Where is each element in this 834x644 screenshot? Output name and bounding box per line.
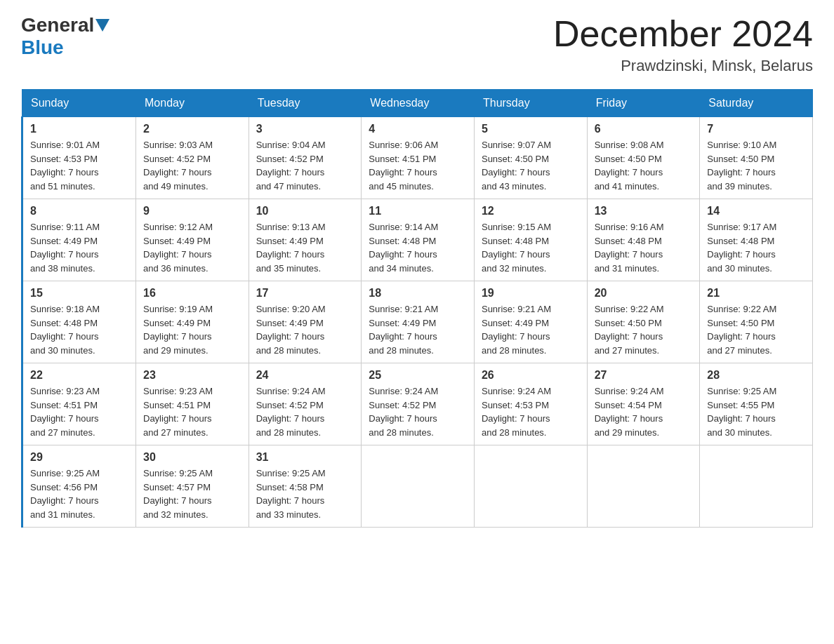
calendar-cell: 23 Sunrise: 9:23 AMSunset: 4:51 PMDaylig…: [136, 363, 249, 445]
day-info: Sunrise: 9:24 AMSunset: 4:54 PMDaylight:…: [595, 384, 693, 439]
day-number: 12: [482, 205, 580, 217]
calendar-cell: 3 Sunrise: 9:04 AMSunset: 4:52 PMDayligh…: [249, 117, 362, 199]
calendar-cell: 14 Sunrise: 9:17 AMSunset: 4:48 PMDaylig…: [700, 199, 813, 281]
day-number: 2: [143, 123, 241, 135]
day-number: 25: [369, 369, 467, 382]
day-info: Sunrise: 9:06 AMSunset: 4:51 PMDaylight:…: [369, 138, 467, 193]
col-tuesday: Tuesday: [249, 90, 362, 117]
calendar-cell: 6 Sunrise: 9:08 AMSunset: 4:50 PMDayligh…: [587, 117, 700, 199]
day-info: Sunrise: 9:11 AMSunset: 4:49 PMDaylight:…: [30, 220, 128, 275]
calendar-cell: 29 Sunrise: 9:25 AMSunset: 4:56 PMDaylig…: [22, 445, 136, 528]
calendar-cell: 28 Sunrise: 9:25 AMSunset: 4:55 PMDaylig…: [700, 363, 813, 445]
calendar-subtitle: Prawdzinski, Minsk, Belarus: [553, 57, 813, 75]
day-info: Sunrise: 9:04 AMSunset: 4:52 PMDaylight:…: [256, 138, 355, 193]
calendar-cell: 16 Sunrise: 9:19 AMSunset: 4:49 PMDaylig…: [136, 281, 249, 363]
day-info: Sunrise: 9:24 AMSunset: 4:53 PMDaylight:…: [482, 384, 580, 439]
day-info: Sunrise: 9:22 AMSunset: 4:50 PMDaylight:…: [595, 302, 693, 357]
day-info: Sunrise: 9:24 AMSunset: 4:52 PMDaylight:…: [256, 384, 355, 439]
day-info: Sunrise: 9:25 AMSunset: 4:57 PMDaylight:…: [143, 467, 241, 521]
calendar-title: December 2024: [553, 14, 813, 54]
day-info: Sunrise: 9:12 AMSunset: 4:49 PMDaylight:…: [143, 220, 241, 275]
day-number: 30: [143, 451, 241, 464]
day-number: 7: [707, 123, 805, 135]
calendar-cell: 12 Sunrise: 9:15 AMSunset: 4:48 PMDaylig…: [474, 199, 587, 281]
calendar-cell: 1 Sunrise: 9:01 AMSunset: 4:53 PMDayligh…: [22, 117, 136, 199]
day-info: Sunrise: 9:03 AMSunset: 4:52 PMDaylight:…: [143, 138, 241, 193]
calendar-cell: 9 Sunrise: 9:12 AMSunset: 4:49 PMDayligh…: [136, 199, 249, 281]
calendar-body: 1 Sunrise: 9:01 AMSunset: 4:53 PMDayligh…: [22, 117, 813, 528]
calendar-cell: 2 Sunrise: 9:03 AMSunset: 4:52 PMDayligh…: [136, 117, 249, 199]
calendar-week-row: 15 Sunrise: 9:18 AMSunset: 4:48 PMDaylig…: [22, 281, 813, 363]
col-wednesday: Wednesday: [362, 90, 475, 117]
day-info: Sunrise: 9:21 AMSunset: 4:49 PMDaylight:…: [369, 302, 467, 357]
calendar-cell: 8 Sunrise: 9:11 AMSunset: 4:49 PMDayligh…: [22, 199, 136, 281]
day-number: 24: [256, 369, 355, 382]
logo-arrow-icon: [95, 19, 110, 32]
logo-blue-text: Blue: [21, 36, 64, 59]
title-section: December 2024 Prawdzinski, Minsk, Belaru…: [553, 14, 813, 75]
logo: General Blue: [21, 14, 111, 59]
col-sunday: Sunday: [22, 90, 136, 117]
day-info: Sunrise: 9:25 AMSunset: 4:58 PMDaylight:…: [256, 467, 355, 521]
calendar-table: Sunday Monday Tuesday Wednesday Thursday…: [21, 89, 813, 528]
page-header: General Blue December 2024 Prawdzinski, …: [21, 14, 813, 75]
calendar-cell: [362, 445, 475, 528]
day-info: Sunrise: 9:13 AMSunset: 4:49 PMDaylight:…: [256, 220, 355, 275]
day-info: Sunrise: 9:16 AMSunset: 4:48 PMDaylight:…: [595, 220, 693, 275]
day-info: Sunrise: 9:21 AMSunset: 4:49 PMDaylight:…: [482, 302, 580, 357]
calendar-cell: 13 Sunrise: 9:16 AMSunset: 4:48 PMDaylig…: [587, 199, 700, 281]
calendar-cell: 19 Sunrise: 9:21 AMSunset: 4:49 PMDaylig…: [474, 281, 587, 363]
calendar-week-row: 22 Sunrise: 9:23 AMSunset: 4:51 PMDaylig…: [22, 363, 813, 445]
col-monday: Monday: [136, 90, 249, 117]
col-thursday: Thursday: [474, 90, 587, 117]
calendar-cell: 11 Sunrise: 9:14 AMSunset: 4:48 PMDaylig…: [362, 199, 475, 281]
col-friday: Friday: [587, 90, 700, 117]
calendar-cell: 20 Sunrise: 9:22 AMSunset: 4:50 PMDaylig…: [587, 281, 700, 363]
calendar-cell: 15 Sunrise: 9:18 AMSunset: 4:48 PMDaylig…: [22, 281, 136, 363]
day-info: Sunrise: 9:18 AMSunset: 4:48 PMDaylight:…: [30, 302, 128, 357]
calendar-week-row: 8 Sunrise: 9:11 AMSunset: 4:49 PMDayligh…: [22, 199, 813, 281]
day-info: Sunrise: 9:17 AMSunset: 4:48 PMDaylight:…: [707, 220, 805, 275]
day-info: Sunrise: 9:14 AMSunset: 4:48 PMDaylight:…: [369, 220, 467, 275]
calendar-cell: 18 Sunrise: 9:21 AMSunset: 4:49 PMDaylig…: [362, 281, 475, 363]
header-row: Sunday Monday Tuesday Wednesday Thursday…: [22, 90, 813, 117]
calendar-cell: 24 Sunrise: 9:24 AMSunset: 4:52 PMDaylig…: [249, 363, 362, 445]
day-number: 21: [707, 287, 805, 300]
day-info: Sunrise: 9:07 AMSunset: 4:50 PMDaylight:…: [482, 138, 580, 193]
day-number: 1: [30, 123, 128, 135]
col-saturday: Saturday: [700, 90, 813, 117]
day-number: 27: [595, 369, 693, 382]
calendar-cell: [700, 445, 813, 528]
day-number: 8: [30, 205, 128, 217]
calendar-cell: 17 Sunrise: 9:20 AMSunset: 4:49 PMDaylig…: [249, 281, 362, 363]
day-number: 23: [143, 369, 241, 382]
day-number: 11: [369, 205, 467, 217]
logo-general-text: General: [21, 14, 94, 36]
day-number: 29: [30, 451, 128, 464]
calendar-cell: 22 Sunrise: 9:23 AMSunset: 4:51 PMDaylig…: [22, 363, 136, 445]
calendar-cell: 31 Sunrise: 9:25 AMSunset: 4:58 PMDaylig…: [249, 445, 362, 528]
day-info: Sunrise: 9:22 AMSunset: 4:50 PMDaylight:…: [707, 302, 805, 357]
calendar-cell: 25 Sunrise: 9:24 AMSunset: 4:52 PMDaylig…: [362, 363, 475, 445]
day-number: 20: [595, 287, 693, 300]
day-number: 16: [143, 287, 241, 300]
day-number: 4: [369, 123, 467, 135]
day-number: 22: [30, 369, 128, 382]
day-info: Sunrise: 9:08 AMSunset: 4:50 PMDaylight:…: [595, 138, 693, 193]
day-info: Sunrise: 9:19 AMSunset: 4:49 PMDaylight:…: [143, 302, 241, 357]
calendar-cell: 30 Sunrise: 9:25 AMSunset: 4:57 PMDaylig…: [136, 445, 249, 528]
day-info: Sunrise: 9:25 AMSunset: 4:56 PMDaylight:…: [30, 467, 128, 521]
day-number: 5: [482, 123, 580, 135]
calendar-week-row: 29 Sunrise: 9:25 AMSunset: 4:56 PMDaylig…: [22, 445, 813, 528]
calendar-cell: 21 Sunrise: 9:22 AMSunset: 4:50 PMDaylig…: [700, 281, 813, 363]
day-info: Sunrise: 9:23 AMSunset: 4:51 PMDaylight:…: [30, 384, 128, 439]
day-number: 18: [369, 287, 467, 300]
day-number: 3: [256, 123, 355, 135]
calendar-cell: 26 Sunrise: 9:24 AMSunset: 4:53 PMDaylig…: [474, 363, 587, 445]
day-info: Sunrise: 9:24 AMSunset: 4:52 PMDaylight:…: [369, 384, 467, 439]
day-number: 31: [256, 451, 355, 464]
day-number: 9: [143, 205, 241, 217]
day-info: Sunrise: 9:01 AMSunset: 4:53 PMDaylight:…: [30, 138, 128, 193]
day-info: Sunrise: 9:10 AMSunset: 4:50 PMDaylight:…: [707, 138, 805, 193]
day-number: 28: [707, 369, 805, 382]
